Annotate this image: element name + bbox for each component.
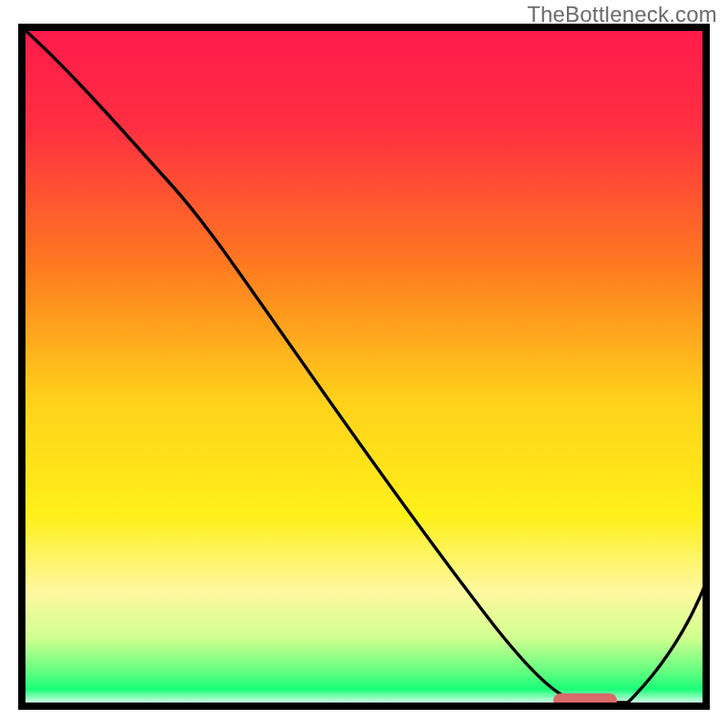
chart-svg <box>0 0 728 728</box>
gradient-background <box>22 27 706 706</box>
plot-area <box>22 27 706 708</box>
watermark-text: TheBottleneck.com <box>527 2 717 27</box>
bottleneck-chart: TheBottleneck.com <box>0 0 728 728</box>
